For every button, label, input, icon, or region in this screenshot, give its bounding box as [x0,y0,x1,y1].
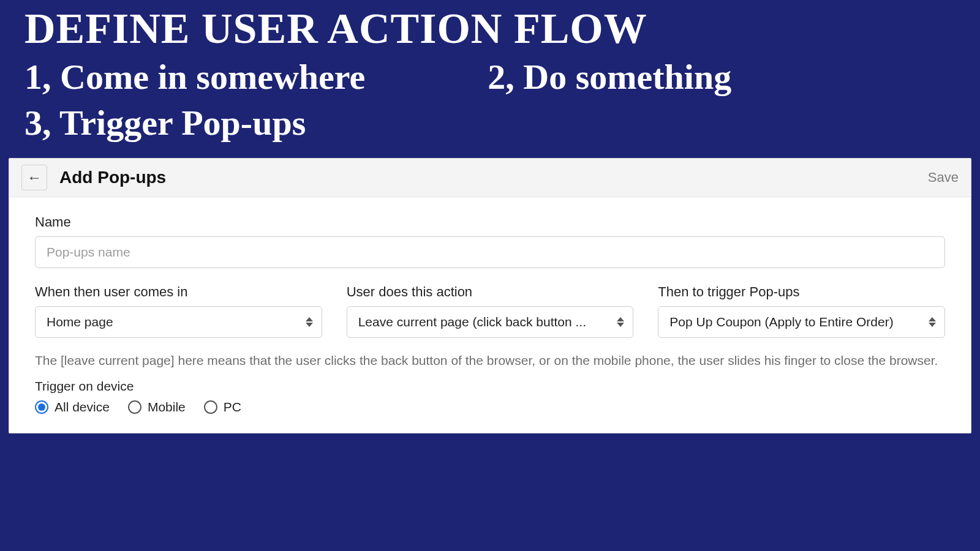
back-button[interactable]: ← [21,165,47,190]
radio-all-label: All device [55,400,110,414]
action-label: User does this action [347,284,634,300]
action-column: User does this action Leave current page… [347,284,634,338]
when-select-value: Home page [47,315,295,329]
panel-body: Name When then user comes in Home page U… [9,197,971,432]
action-select-value: Leave current page (click back button ..… [358,315,606,329]
hero-step-2: 2, Do something [488,54,731,100]
panel-title: Add Pop-ups [59,168,928,187]
help-text: The [leave current page] here means that… [35,351,945,370]
hero-step-3: 3, Trigger Pop-ups [24,100,956,146]
radio-pc-label: PC [224,400,241,414]
radio-mobile-label: Mobile [148,400,186,414]
trigger-column: Then to trigger Pop-ups Pop Up Coupon (A… [658,284,945,338]
arrow-left-icon: ← [27,170,42,185]
save-button[interactable]: Save [928,170,959,186]
when-column: When then user comes in Home page [35,284,322,338]
radio-all-device[interactable]: All device [35,400,110,414]
hero-banner: DEFINE USER ACTION FLOW 1, Come in somew… [0,0,980,158]
name-label: Name [35,214,945,230]
radio-pc[interactable]: PC [204,400,241,414]
when-select[interactable]: Home page [35,306,322,338]
hero-steps: 1, Come in somewhere 2, Do something 3, … [24,54,956,146]
form-panel: ← Add Pop-ups Save Name When then user c… [9,158,971,433]
trigger-select-value: Pop Up Coupon (Apply to Entire Order) [669,315,918,329]
trigger-select[interactable]: Pop Up Coupon (Apply to Entire Order) [658,306,945,338]
action-select[interactable]: Leave current page (click back button ..… [347,306,634,338]
device-label: Trigger on device [35,379,945,394]
when-label: When then user comes in [35,284,322,300]
sort-icon [617,317,624,327]
device-radio-group: All device Mobile PC [35,400,945,414]
hero-title: DEFINE USER ACTION FLOW [24,6,956,51]
radio-icon [128,400,141,414]
name-input[interactable] [35,236,945,268]
radio-icon-selected [35,400,48,414]
sort-icon [306,317,313,327]
selects-row: When then user comes in Home page User d… [35,284,945,338]
sort-icon [929,317,936,327]
radio-icon [204,400,217,414]
panel-header: ← Add Pop-ups Save [9,159,971,197]
trigger-label: Then to trigger Pop-ups [658,284,945,300]
radio-mobile[interactable]: Mobile [128,400,186,414]
hero-step-1: 1, Come in somewhere [24,54,365,100]
